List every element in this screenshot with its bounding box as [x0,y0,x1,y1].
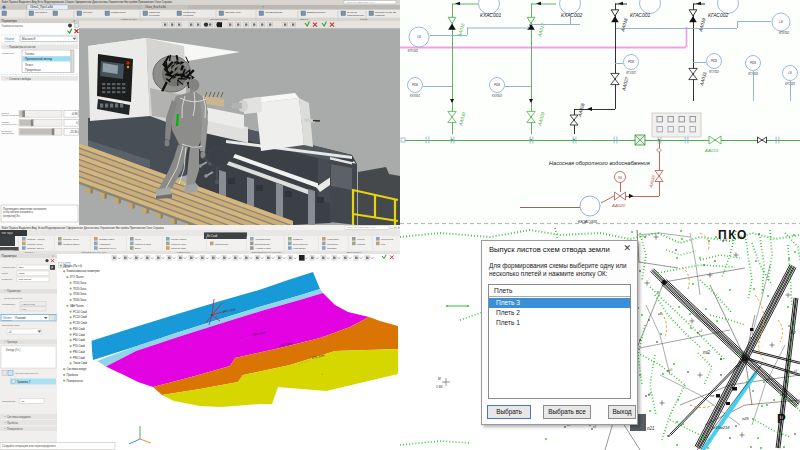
svg-text:Р90 Свай: Р90 Свай [73,356,85,360]
svg-text:т2: т2 [790,330,796,335]
svg-text:Потоки: Потоки [357,243,365,246]
svg-text:Привязан по се: Привязан по се [99,247,117,250]
svg-text:-4.86: -4.86 [71,112,78,116]
svg-text:Травинка 7: Травинка 7 [17,380,31,384]
svg-text:Назначение: Назначение [2,266,17,269]
svg-text:Монтаж: Монтаж [83,11,92,14]
svg-text:-25.80: -25.80 [70,130,78,134]
svg-text:с3: с3 [699,329,703,333]
svg-text:Okno_Есв3.a3d: Okno_Есв3.a3d [145,5,166,9]
svg-text:Менеджер: Менеджер [35,11,48,14]
svg-text:КЮАС001.: КЮАС001. [578,219,598,224]
svg-text:PDS: PDS [412,83,418,87]
svg-text:КПС001: КПС001 [408,49,419,53]
svg-text:КХАС002: КХАС002 [561,12,583,18]
svg-text:оснастки: оснастки [149,14,160,17]
svg-text:ЛЗ10 Зона: ЛЗ10 Зона [73,281,87,285]
svg-text:АА020: АА020 [611,203,626,208]
svg-text:Прочее: Прочее [300,18,309,21]
svg-text:п21: п21 [647,426,655,431]
svg-text:КГУ002: КГУ002 [709,70,719,74]
svg-text:с6: с6 [794,369,798,373]
svg-text:Страница: Страница [327,243,339,246]
svg-text:PDS: PDS [628,60,634,64]
svg-text:ЛЗ30 Зона: ЛЗ30 Зона [73,292,87,296]
svg-text:Группы слоёв: Группы слоёв [171,238,187,241]
svg-text:пз2: пз2 [703,350,711,355]
svg-text:Оформление и отчеты ⌄: Оформление и отчеты ⌄ [81,251,109,254]
svg-text:РС10 Свай: РС10 Свай [73,310,87,314]
svg-text:Р40 Свай: Р40 Свай [73,327,85,331]
svg-text:Объекты Выбранные: Объекты Выбранные [15,372,39,375]
svg-text:Р60 Свай: Р60 Свай [73,338,85,342]
svg-text:⌃ Пробелы: ⌃ Пробелы [4,421,18,425]
svg-text:Сборка ⌄: Сборка ⌄ [25,251,36,254]
svg-text:КХАС001: КХАС001 [480,12,502,18]
svg-text:Главная оснастка: Главная оснастка [2,24,24,28]
svg-text:✕: ✕ [52,254,54,258]
svg-text:оснастки: оснастки [183,14,194,17]
svg-text:с6: с6 [593,425,597,429]
svg-text:Раздел в слои: Раздел в слои [135,243,151,246]
svg-text:Плавкий: Плавкий [15,316,26,320]
svg-text:Манекен9: Манекен9 [22,37,36,41]
svg-text:п25: п25 [742,416,749,421]
svg-text:⌃ Параметры оснастки: ⌃ Параметры оснастки [6,45,36,49]
svg-text:Сменить позу: Сменить позу [225,11,242,14]
svg-text:Файл Правка Выделить Вид Есть: Файл Правка Выделить Вид Есть Моделирова… [2,0,173,4]
svg-text:Деталь (По т.б): Деталь (По т.б) [63,264,82,268]
svg-text:пои тарус: пои тарус [2,232,14,235]
svg-text:ЛЗ40 Зона: ЛЗ40 Зона [73,298,87,302]
svg-text:Материалы: Материалы [293,247,306,250]
svg-text:Okno1_Прсб.a3d: Okno1_Прсб.a3d [30,5,53,9]
svg-text:hr10м218: hr10м218 [712,425,730,430]
svg-text:Ряд: Ряд [381,243,386,246]
svg-text:Файл Правка Выделить Вид Эскиз: Файл Правка Выделить Вид Эскиз Моделиров… [2,226,165,230]
svg-text:предплечья по Х: предплечья по Х [2,123,19,125]
svg-text:Создать отчет: Создать отчет [63,238,80,241]
svg-text:Библиотеки пос: Библиотеки пос [307,11,326,14]
svg-text:Таблица смет: Таблица смет [99,238,115,241]
svg-text:КХУ002: КХУ002 [492,94,502,98]
svg-text:Сохранени: Сохранени [381,238,394,241]
svg-text:— ▢ ✕: — ▢ ✕ [390,226,400,230]
svg-text:КГАС002: КГАС002 [708,12,729,18]
svg-text:Параметры: Параметры [2,254,17,258]
svg-text:УГО Панел: УГО Панел [19,278,32,281]
svg-text:Создать пояс в: Создать пояс в [27,247,45,250]
svg-text:КПУ002: КПУ002 [779,31,790,35]
svg-text:АА013: АА013 [704,148,719,153]
svg-text:Расстояние: Расстояние [2,400,16,403]
svg-text:с0: с0 [669,368,673,372]
svg-text:Р70 Свай: Р70 Свай [73,344,85,348]
svg-text:КХУ001: КХУ001 [410,94,420,98]
svg-text:⌃ Параметры: ⌃ Параметры [4,289,21,293]
svg-text:×: × [262,5,264,9]
svg-text:координаты: координаты [2,303,15,306]
svg-text:М: М [438,377,441,381]
svg-text:Системы вокруг: Системы вокруг [67,367,87,371]
svg-text:Компоновочная геометрия: Компоновочная геометрия [67,269,101,273]
svg-text:УГО Панел: УГО Панел [70,275,84,279]
svg-text:М: М [618,175,622,180]
svg-text:Вл Слой: Вл Слой [207,234,218,238]
svg-text:с6: с6 [648,392,652,396]
svg-text:Создать отчет: Создать отчет [27,243,44,246]
svg-text:LS: LS [788,71,792,75]
svg-text:Слои по сзда: Слои по сзда [171,243,186,246]
svg-text:УАН Панел: УАН Панел [70,304,84,308]
svg-text:Поиск по командам (Alt+/): Поиск по командам (Alt+/) [347,226,376,229]
svg-text:Родитель: Родитель [2,278,14,281]
svg-text:расположения: расположения [347,14,364,17]
svg-text:КГАС001: КГАС001 [630,12,651,18]
svg-text:расстановки: расстановки [2,132,15,134]
svg-text:Анализ по проч.: Анализ по проч. [120,18,138,21]
svg-text:Насосная оборотного водоснаб: Насосная оборотного водоснабжения [549,160,650,166]
svg-text:Вола: Вола [135,247,141,250]
svg-text:LS: LS [779,20,783,24]
svg-text:LS: LS [417,35,421,39]
svg-text:с8: с8 [658,312,662,316]
svg-text:Серий: Серий [360,18,368,21]
svg-text:Левая: Левая [25,63,33,67]
svg-text:Контур: Контур [357,238,365,241]
